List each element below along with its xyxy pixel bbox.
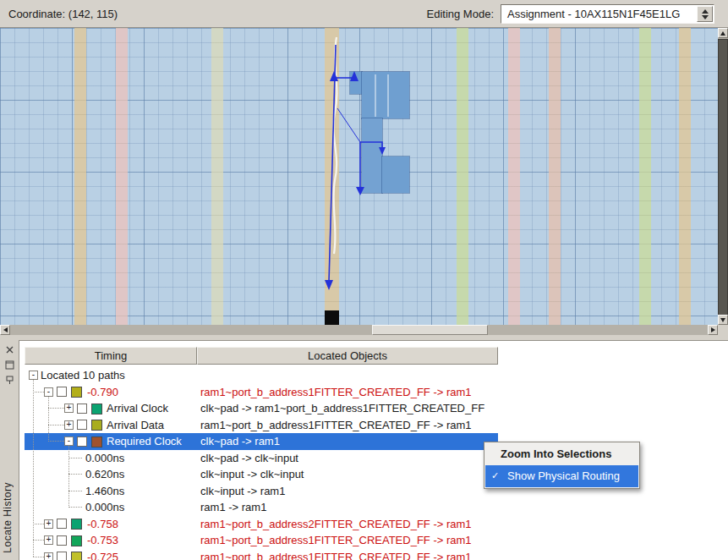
context-menu: Zoom Into Selections ✓ Show Physical Rou… (484, 442, 640, 489)
expand-box[interactable]: + (64, 420, 74, 430)
scroll-left-button[interactable] (0, 325, 10, 335)
panel-side-strip: Locate History (0, 335, 19, 560)
timing-cell: -0.725 (87, 551, 118, 560)
objects-cell: ram1~port_b_address1FITTER_CREATED_FF ->… (200, 386, 472, 398)
spinner-up-icon (702, 9, 709, 14)
objects-cell: clk~pad -> ram1 (200, 435, 280, 447)
color-swatch (71, 387, 82, 398)
row-checkbox[interactable] (57, 535, 67, 546)
column-header-located-objects[interactable]: Located Objects (197, 347, 498, 365)
objects-cell: ram1~port_b_address1FITTER_CREATED_FF ->… (200, 551, 472, 560)
row-checkbox[interactable] (57, 552, 67, 560)
pin-icon[interactable] (3, 374, 16, 387)
tree-guide-line (68, 446, 69, 508)
objects-cell: ram1~port_b_address2FITTER_CREATED_FF ->… (200, 518, 472, 530)
tree-guide-line (68, 474, 82, 475)
expand-box[interactable]: + (44, 519, 53, 529)
objects-cell: clk~input -> ram1 (200, 485, 285, 497)
tree-guide-line (48, 441, 64, 442)
menu-item-label: Show Physical Routing (507, 469, 620, 482)
menu-item-zoom-into-selections[interactable]: Zoom Into Selections (485, 443, 638, 465)
scroll-down-button[interactable] (718, 315, 728, 325)
tree-guide-line (68, 507, 82, 508)
tree-root-row[interactable]: -Located 10 paths (19, 367, 728, 384)
editing-mode-value: Assignment - 10AX115N1F45E1LG (507, 8, 680, 20)
right-arrow-icon (711, 327, 715, 332)
scrollbar-corner (718, 325, 728, 335)
row-checkbox[interactable] (77, 420, 87, 430)
collapse-box[interactable]: - (29, 371, 38, 380)
tree-guide-line (33, 380, 34, 557)
color-swatch (71, 519, 82, 530)
up-arrow-icon (720, 31, 725, 36)
timing-cell: -0.753 (87, 534, 118, 546)
collapse-box[interactable]: - (44, 387, 53, 397)
row-checkbox[interactable] (57, 387, 67, 397)
chip-canvas[interactable] (0, 28, 718, 325)
objects-cell: clk~input -> clk~input (200, 468, 304, 480)
color-swatch (71, 552, 82, 560)
editing-mode-label: Editing Mode: (427, 8, 495, 20)
chip-planner-window: Coordinate: (142, 115) Editing Mode: Ass… (0, 0, 728, 560)
scroll-up-button[interactable] (718, 28, 728, 38)
expand-box[interactable]: + (44, 535, 53, 545)
expand-box[interactable]: + (44, 552, 53, 560)
objects-cell: clk~pad -> ram1~port_b_address1FITTER_CR… (200, 402, 484, 415)
tree-row[interactable]: +-0.753ram1~port_b_address1FITTER_CREATE… (19, 532, 728, 549)
tree-guide-line (33, 524, 44, 524)
objects-cell: ram1 -> ram1 (200, 501, 266, 513)
color-swatch (91, 420, 102, 431)
timing-cell: 0.620ns (85, 468, 124, 480)
timing-cell: 1.460ns (85, 485, 124, 497)
tree-row[interactable]: +-0.725ram1~port_b_address1FITTER_CREATE… (19, 549, 728, 560)
vertical-scroll-thumb[interactable] (718, 39, 728, 318)
tree-row[interactable]: +Arrival Dataram1~port_b_address1FITTER_… (19, 417, 728, 434)
color-swatch (71, 535, 82, 546)
editing-mode-combobox[interactable]: Assignment - 10AX115N1F45E1LG (501, 4, 714, 24)
tree-guide-line (68, 458, 82, 458)
tree-guide-line (48, 397, 49, 442)
color-swatch (91, 436, 102, 447)
scroll-right-button[interactable] (708, 325, 718, 335)
timing-cell: Required Clock (107, 435, 182, 447)
io-block (325, 310, 339, 325)
left-arrow-icon (3, 327, 8, 332)
column-header-timing[interactable]: Timing (25, 347, 197, 365)
timing-cell: Located 10 paths (41, 369, 125, 382)
combobox-spinner-button[interactable] (697, 6, 713, 22)
menu-item-show-physical-routing[interactable]: ✓ Show Physical Routing (485, 465, 638, 487)
tree-guide-line (48, 408, 64, 409)
close-icon[interactable] (3, 343, 16, 356)
editing-mode-group: Editing Mode: Assignment - 10AX115N1F45E… (427, 4, 715, 24)
tree-row[interactable]: 0.000nsram1 -> ram1 (19, 499, 728, 516)
tree-guide-line (68, 491, 82, 491)
color-swatch (91, 404, 102, 415)
locate-history-tab[interactable]: Locate History (2, 482, 14, 553)
objects-cell: ram1~port_b_address1FITTER_CREATED_FF ->… (200, 419, 472, 431)
timing-cell: Arrival Clock (107, 402, 168, 415)
row-checkbox[interactable] (77, 404, 87, 414)
timing-cell: -0.790 (87, 386, 118, 398)
top-toolbar: Coordinate: (142, 115) Editing Mode: Ass… (0, 0, 728, 28)
tree-guide-line (33, 540, 44, 541)
menu-item-label: Zoom Into Selections (501, 447, 611, 460)
float-window-icon[interactable] (3, 359, 16, 371)
checkmark-icon: ✓ (491, 465, 499, 487)
chip-horizontal-scrollbar[interactable] (0, 325, 718, 335)
horizontal-scroll-thumb[interactable] (372, 325, 488, 335)
tree-guide-line (33, 557, 44, 557)
timing-cell: -0.758 (87, 518, 118, 530)
timing-cell: Arrival Data (107, 419, 164, 431)
expand-box[interactable]: + (64, 404, 74, 413)
row-checkbox[interactable] (57, 519, 67, 529)
routing-overlay (0, 28, 718, 325)
row-checkbox[interactable] (77, 436, 87, 447)
tree-guide-line (48, 425, 64, 425)
spinner-down-icon (702, 15, 709, 19)
tree-row[interactable]: --0.790ram1~port_b_address1FITTER_CREATE… (19, 384, 728, 401)
collapse-box[interactable]: - (64, 436, 74, 446)
tree-row[interactable]: +-0.758ram1~port_b_address2FITTER_CREATE… (19, 516, 728, 533)
tree-row[interactable]: +Arrival Clockclk~pad -> ram1~port_b_add… (19, 400, 728, 417)
chip-vertical-scrollbar[interactable] (718, 28, 728, 325)
down-arrow-icon (720, 318, 725, 322)
